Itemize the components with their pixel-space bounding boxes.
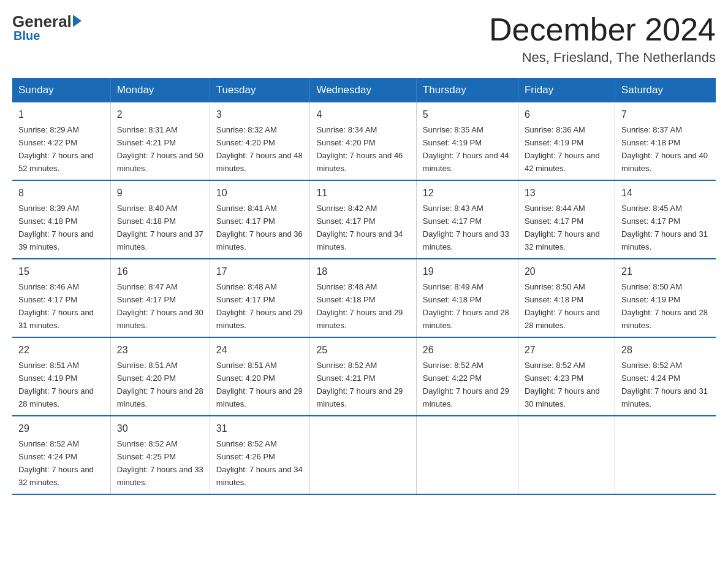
- sunset-text: Sunset: 4:19 PM: [423, 138, 482, 147]
- sunrise-text: Sunrise: 8:48 AM: [316, 282, 377, 291]
- sunrise-text: Sunrise: 8:41 AM: [216, 204, 277, 213]
- sunset-text: Sunset: 4:26 PM: [216, 452, 275, 461]
- calendar-day-cell: 29Sunrise: 8:52 AMSunset: 4:24 PMDayligh…: [12, 416, 110, 494]
- sunrise-text: Sunrise: 8:42 AM: [316, 204, 377, 213]
- day-number: 9: [117, 186, 203, 201]
- sunset-text: Sunset: 4:25 PM: [117, 452, 176, 461]
- daylight-text: Daylight: 7 hours and 32 minutes.: [18, 465, 94, 487]
- calendar-day-cell: 17Sunrise: 8:48 AMSunset: 4:17 PMDayligh…: [210, 259, 310, 337]
- daylight-text: Daylight: 7 hours and 31 minutes.: [621, 386, 708, 408]
- calendar-day-cell: 11Sunrise: 8:42 AMSunset: 4:17 PMDayligh…: [310, 180, 416, 259]
- calendar-day-cell: 2Sunrise: 8:31 AMSunset: 4:21 PMDaylight…: [110, 102, 210, 180]
- calendar-week-row: 15Sunrise: 8:46 AMSunset: 4:17 PMDayligh…: [12, 259, 716, 337]
- sunset-text: Sunset: 4:17 PM: [423, 216, 482, 226]
- weekday-header-tuesday: Tuesday: [210, 78, 310, 102]
- sunrise-text: Sunrise: 8:51 AM: [216, 361, 277, 370]
- day-number: 25: [316, 343, 409, 358]
- sunset-text: Sunset: 4:19 PM: [525, 138, 583, 147]
- day-number: 8: [18, 186, 104, 201]
- calendar-day-cell: 24Sunrise: 8:51 AMSunset: 4:20 PMDayligh…: [210, 337, 310, 416]
- sunset-text: Sunset: 4:18 PM: [525, 295, 583, 304]
- day-number: 19: [423, 264, 512, 279]
- day-number: 27: [525, 343, 609, 358]
- day-number: 17: [216, 264, 304, 279]
- calendar-week-row: 1Sunrise: 8:29 AMSunset: 4:22 PMDaylight…: [12, 102, 716, 180]
- sunset-text: Sunset: 4:17 PM: [18, 295, 77, 304]
- daylight-text: Daylight: 7 hours and 36 minutes.: [216, 229, 303, 251]
- day-number: 3: [216, 107, 304, 122]
- weekday-header-monday: Monday: [110, 78, 210, 102]
- day-number: 31: [216, 421, 304, 436]
- daylight-text: Daylight: 7 hours and 48 minutes.: [216, 151, 303, 173]
- calendar-day-cell: 18Sunrise: 8:48 AMSunset: 4:18 PMDayligh…: [310, 259, 416, 337]
- sunset-text: Sunset: 4:18 PM: [117, 216, 176, 226]
- sunrise-text: Sunrise: 8:31 AM: [117, 125, 178, 134]
- day-number: 15: [18, 264, 104, 279]
- sunrise-text: Sunrise: 8:51 AM: [18, 361, 79, 370]
- calendar-day-cell: 10Sunrise: 8:41 AMSunset: 4:17 PMDayligh…: [210, 180, 310, 259]
- calendar-week-row: 29Sunrise: 8:52 AMSunset: 4:24 PMDayligh…: [12, 416, 716, 494]
- calendar-table: SundayMondayTuesdayWednesdayThursdayFrid…: [12, 78, 716, 495]
- calendar-day-cell: 8Sunrise: 8:39 AMSunset: 4:18 PMDaylight…: [12, 180, 110, 259]
- daylight-text: Daylight: 7 hours and 31 minutes.: [621, 229, 708, 251]
- sunset-text: Sunset: 4:24 PM: [621, 373, 680, 383]
- daylight-text: Daylight: 7 hours and 50 minutes.: [117, 151, 203, 173]
- day-number: 23: [117, 343, 203, 358]
- sunset-text: Sunset: 4:20 PM: [117, 373, 176, 383]
- day-number: 10: [216, 186, 304, 201]
- daylight-text: Daylight: 7 hours and 34 minutes.: [216, 465, 303, 487]
- sunrise-text: Sunrise: 8:52 AM: [316, 361, 377, 370]
- day-number: 5: [423, 107, 512, 122]
- sunset-text: Sunset: 4:22 PM: [423, 373, 482, 383]
- sunset-text: Sunset: 4:19 PM: [621, 295, 680, 304]
- calendar-day-cell: 15Sunrise: 8:46 AMSunset: 4:17 PMDayligh…: [12, 259, 110, 337]
- daylight-text: Daylight: 7 hours and 29 minutes.: [423, 386, 509, 408]
- daylight-text: Daylight: 7 hours and 29 minutes.: [216, 308, 303, 330]
- calendar-day-cell: 19Sunrise: 8:49 AMSunset: 4:18 PMDayligh…: [416, 259, 518, 337]
- daylight-text: Daylight: 7 hours and 29 minutes.: [216, 386, 303, 408]
- daylight-text: Daylight: 7 hours and 28 minutes.: [117, 386, 203, 408]
- calendar-day-cell: 27Sunrise: 8:52 AMSunset: 4:23 PMDayligh…: [518, 337, 615, 416]
- day-number: 14: [621, 186, 710, 201]
- logo-blue-text: Blue: [13, 29, 40, 43]
- weekday-header-thursday: Thursday: [416, 78, 518, 102]
- sunset-text: Sunset: 4:17 PM: [216, 295, 275, 304]
- sunset-text: Sunset: 4:17 PM: [216, 216, 275, 226]
- sunset-text: Sunset: 4:19 PM: [18, 373, 77, 383]
- day-number: 21: [621, 264, 710, 279]
- sunset-text: Sunset: 4:17 PM: [621, 216, 680, 226]
- daylight-text: Daylight: 7 hours and 32 minutes.: [525, 229, 600, 251]
- sunrise-text: Sunrise: 8:49 AM: [423, 282, 483, 291]
- calendar-day-cell: 9Sunrise: 8:40 AMSunset: 4:18 PMDaylight…: [110, 180, 210, 259]
- calendar-day-cell: 7Sunrise: 8:37 AMSunset: 4:18 PMDaylight…: [615, 102, 716, 180]
- day-number: 26: [423, 343, 512, 358]
- daylight-text: Daylight: 7 hours and 33 minutes.: [423, 229, 509, 251]
- day-number: 1: [18, 107, 104, 122]
- day-number: 28: [621, 343, 710, 358]
- sunset-text: Sunset: 4:18 PM: [621, 138, 680, 147]
- sunrise-text: Sunrise: 8:52 AM: [525, 361, 585, 370]
- sunrise-text: Sunrise: 8:48 AM: [216, 282, 277, 291]
- sunset-text: Sunset: 4:20 PM: [316, 138, 375, 147]
- calendar-day-cell: [518, 416, 615, 494]
- calendar-day-cell: 20Sunrise: 8:50 AMSunset: 4:18 PMDayligh…: [518, 259, 615, 337]
- day-number: 24: [216, 343, 304, 358]
- calendar-day-cell: 12Sunrise: 8:43 AMSunset: 4:17 PMDayligh…: [416, 180, 518, 259]
- sunrise-text: Sunrise: 8:52 AM: [621, 361, 682, 370]
- sunrise-text: Sunrise: 8:50 AM: [621, 282, 682, 291]
- calendar-day-cell: 5Sunrise: 8:35 AMSunset: 4:19 PMDaylight…: [416, 102, 518, 180]
- day-number: 16: [117, 264, 203, 279]
- sunrise-text: Sunrise: 8:43 AM: [423, 204, 483, 213]
- sunset-text: Sunset: 4:18 PM: [423, 295, 482, 304]
- calendar-day-cell: 25Sunrise: 8:52 AMSunset: 4:21 PMDayligh…: [310, 337, 416, 416]
- daylight-text: Daylight: 7 hours and 40 minutes.: [621, 151, 708, 173]
- sunset-text: Sunset: 4:21 PM: [316, 373, 375, 383]
- weekday-header-row: SundayMondayTuesdayWednesdayThursdayFrid…: [12, 78, 716, 102]
- sunrise-text: Sunrise: 8:34 AM: [316, 125, 377, 134]
- calendar-day-cell: 3Sunrise: 8:32 AMSunset: 4:20 PMDaylight…: [210, 102, 310, 180]
- daylight-text: Daylight: 7 hours and 46 minutes.: [316, 151, 403, 173]
- day-number: 2: [117, 107, 203, 122]
- sunrise-text: Sunrise: 8:52 AM: [18, 439, 79, 448]
- sunset-text: Sunset: 4:24 PM: [18, 452, 77, 461]
- calendar-day-cell: [615, 416, 716, 494]
